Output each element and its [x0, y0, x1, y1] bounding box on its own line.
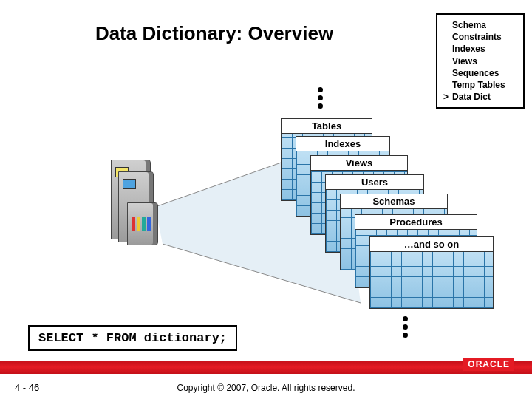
stack-label: Tables — [282, 119, 372, 134]
page-title: Data Dictionary: Overview — [0, 22, 429, 45]
grid-icon — [370, 252, 493, 308]
menu-item-constraints: Constraints — [443, 31, 517, 43]
stack-label: Procedures — [355, 215, 477, 230]
ellipsis-icon — [318, 87, 323, 109]
color-stripes-icon — [132, 217, 151, 231]
menu-item-sequences: Sequences — [443, 67, 517, 79]
stack-label: Schemas — [341, 194, 447, 209]
oracle-logo: ORACLE — [463, 358, 514, 371]
stack-label: Views — [311, 156, 407, 171]
stack-label: …and so on — [370, 237, 493, 252]
topic-menu: Schema Constraints Indexes Views Sequenc… — [436, 13, 525, 109]
menu-item-schema: Schema — [443, 19, 517, 31]
ellipsis-icon — [403, 316, 408, 338]
svg-line-2 — [163, 244, 361, 303]
menu-item-views: Views — [443, 55, 517, 67]
menu-item-indexes: Indexes — [443, 43, 517, 55]
menu-item-data-dict: >Data Dict — [443, 91, 517, 103]
stack-label: Indexes — [296, 137, 389, 151]
menu-item-temp-tables: Temp Tables — [443, 79, 517, 91]
stack-label: Users — [326, 175, 423, 190]
oracle-logo-text: ORACLE — [463, 358, 514, 371]
copyright-text: Copyright © 2007, Oracle. All rights res… — [0, 383, 532, 393]
book-icon — [127, 202, 158, 245]
sql-query-box: SELECT * FROM dictionary; — [28, 325, 237, 351]
stack-and-so-on: …and so on — [369, 236, 494, 309]
footer-bar — [0, 361, 532, 374]
slide: Data Dictionary: Overview Schema Constra… — [0, 0, 532, 399]
